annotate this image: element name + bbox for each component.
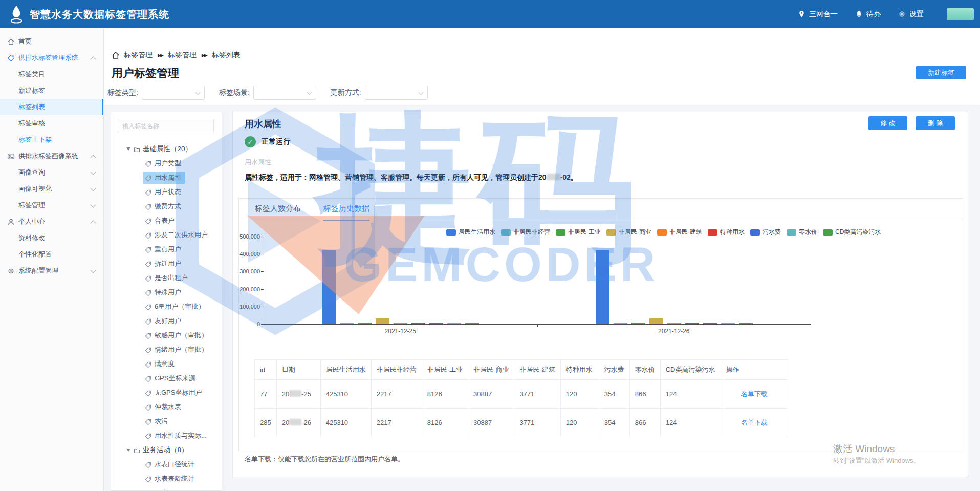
app-title: 智慧水务大数据标签管理系统 <box>30 8 169 22</box>
tree-item[interactable]: 敏感用户（审批） <box>111 328 222 343</box>
delete-button[interactable]: 删 除 <box>916 116 955 130</box>
chart-bar <box>703 323 717 324</box>
tree-item[interactable]: GPS坐标来源 <box>111 371 222 386</box>
header-nav-location-pin[interactable]: 三网合一 <box>798 10 838 19</box>
tree-item[interactable]: 水表表龄统计 <box>111 472 222 486</box>
tree-item[interactable]: 农污 <box>111 414 222 429</box>
tree-item[interactable]: 重点用户 <box>111 242 222 257</box>
label-tag-icon <box>145 347 151 353</box>
legend-item[interactable]: CD类高污染污水 <box>823 228 881 237</box>
sidebar-item[interactable]: 画像可视化 <box>0 181 103 197</box>
tree-item[interactable]: 用户类型 <box>111 156 222 170</box>
edit-button[interactable]: 修 改 <box>868 116 907 130</box>
legend-item[interactable]: 非居民-工业 <box>556 228 601 237</box>
label-tag-icon <box>145 160 151 167</box>
legend-item[interactable]: 污水费 <box>750 228 781 237</box>
y-tick-mark <box>261 307 264 307</box>
table-header-cell: CD类高污染污水 <box>660 360 721 380</box>
table-header-cell: 操作 <box>721 360 788 380</box>
chevron-down-icon <box>90 202 96 207</box>
legend-item[interactable]: 零水价 <box>787 228 817 237</box>
tree-group[interactable]: 基础属性（20） <box>111 142 222 156</box>
redacted-date <box>289 419 301 425</box>
label-type-select[interactable] <box>142 86 205 100</box>
cell-value: 425310 <box>320 380 371 409</box>
tree-item[interactable]: 合表户 <box>111 214 222 228</box>
tree-group[interactable]: 业务活动（8） <box>111 443 222 457</box>
tree-item[interactable]: 情绪用户（审批） <box>111 343 222 357</box>
tree-search-input[interactable] <box>118 119 214 133</box>
cell-date: 20-26 <box>276 409 320 437</box>
sidebar-item[interactable]: 标签上下架 <box>0 132 103 148</box>
label-tag-icon <box>145 275 151 282</box>
label-tag-icon <box>145 232 151 239</box>
label-tag-icon <box>145 175 151 181</box>
history-data-table: id日期居民生活用水非居民非经营非居民-工业非居民-商业非居民-建筑特种用水污水… <box>254 359 788 437</box>
tree-item[interactable]: 友好用户 <box>111 314 222 328</box>
tree-item[interactable]: 6星用户（审批） <box>111 300 222 314</box>
chart-bar <box>667 323 681 324</box>
sidebar-item[interactable]: 供排水标签画像系统 <box>0 148 103 164</box>
label-tag-icon <box>145 218 151 224</box>
sidebar-item[interactable]: 个人中心 <box>0 214 103 230</box>
sidebar-item[interactable]: 系统配置管理 <box>0 263 103 279</box>
tree-item[interactable]: 用水属性 <box>111 170 222 185</box>
tree-item[interactable]: 满意度 <box>111 357 222 371</box>
label-subtitle: 用水属性 <box>245 158 271 167</box>
app-window: 智慧水务大数据标签管理系统 三网合一待办设置 首页供排水标签管理系统标签类目新建… <box>0 0 980 491</box>
sidebar-item[interactable]: 新建标签 <box>0 82 103 99</box>
table-row: 7720-25425310221781263088737711203548661… <box>255 380 788 409</box>
sidebar-item[interactable]: 标签管理 <box>0 197 103 214</box>
tree-item[interactable]: 用水性质与实际... <box>111 429 222 443</box>
y-tick-label: 200,000 <box>238 286 260 292</box>
tree-item[interactable]: 拆迁用户 <box>111 257 222 271</box>
legend-item[interactable]: 非居民非经营 <box>501 228 550 237</box>
tree-item[interactable]: 缴费方式 <box>111 199 222 214</box>
download-list-link[interactable]: 名单下载 <box>741 419 768 426</box>
sidebar-item[interactable]: 标签列表 <box>0 99 103 115</box>
cell-date: 20-25 <box>276 380 320 409</box>
tree-item[interactable]: 用户… <box>111 486 222 490</box>
label-tag-icon <box>145 289 151 296</box>
breadcrumb-item-home[interactable]: 标签管理 <box>112 51 153 60</box>
cell-value: 354 <box>599 380 629 409</box>
tree-item[interactable]: 无GPS坐标用户 <box>111 386 222 400</box>
new-label-button[interactable]: 新建标签 <box>916 66 966 79</box>
tree-item[interactable]: 涉及二次供水用户 <box>111 228 222 242</box>
sidebar-item[interactable]: 首页 <box>0 33 103 50</box>
cell-value: 30887 <box>468 380 514 409</box>
legend-swatch <box>446 229 456 236</box>
tree-item[interactable]: 是否出租户 <box>111 271 222 285</box>
sidebar-item[interactable]: 资料修改 <box>0 230 103 246</box>
chart-bar <box>596 250 609 324</box>
sidebar-item[interactable]: 标签类目 <box>0 66 103 82</box>
table-body: 7720-25425310221781263088737711203548661… <box>255 380 788 437</box>
sidebar-item[interactable]: 标签审核 <box>0 115 103 132</box>
legend-item[interactable]: 非居民-商业 <box>606 228 651 237</box>
tree-item[interactable]: 仲裁水表 <box>111 400 222 414</box>
cell-value: 2217 <box>371 409 422 437</box>
label-tag-icon <box>145 189 151 196</box>
chevron-down-icon <box>90 169 96 175</box>
sidebar-item[interactable]: 个性化配置 <box>0 246 103 263</box>
label-scene-select[interactable] <box>253 86 316 100</box>
user-badge[interactable] <box>947 8 974 20</box>
caret-down-icon <box>126 147 130 151</box>
legend-item[interactable]: 居民生活用水 <box>446 228 495 237</box>
breadcrumb-item[interactable]: 标签列表 <box>212 51 241 60</box>
legend-item[interactable]: 非居民-建筑 <box>657 228 702 237</box>
filter-bar: 标签类型: 标签场景: 更新方式: <box>107 86 442 100</box>
tree-item[interactable]: 水表口径统计 <box>111 457 222 472</box>
label-tag-icon <box>145 332 151 339</box>
download-list-link[interactable]: 名单下载 <box>741 390 768 398</box>
sidebar-item[interactable]: 画像查询 <box>0 164 103 181</box>
breadcrumb-item[interactable]: 标签管理 <box>168 51 197 60</box>
tree-item[interactable]: 用户状态 <box>111 185 222 199</box>
update-mode-select[interactable] <box>365 86 428 100</box>
header-nav-gear[interactable]: 设置 <box>898 10 924 19</box>
tree-item[interactable]: 特殊用户 <box>111 285 222 300</box>
header-nav-bell[interactable]: 待办 <box>855 10 881 19</box>
sidebar-item[interactable]: 供排水标签管理系统 <box>0 50 103 66</box>
label-tag-icon <box>145 490 151 490</box>
legend-item[interactable]: 特种用水 <box>708 228 745 237</box>
